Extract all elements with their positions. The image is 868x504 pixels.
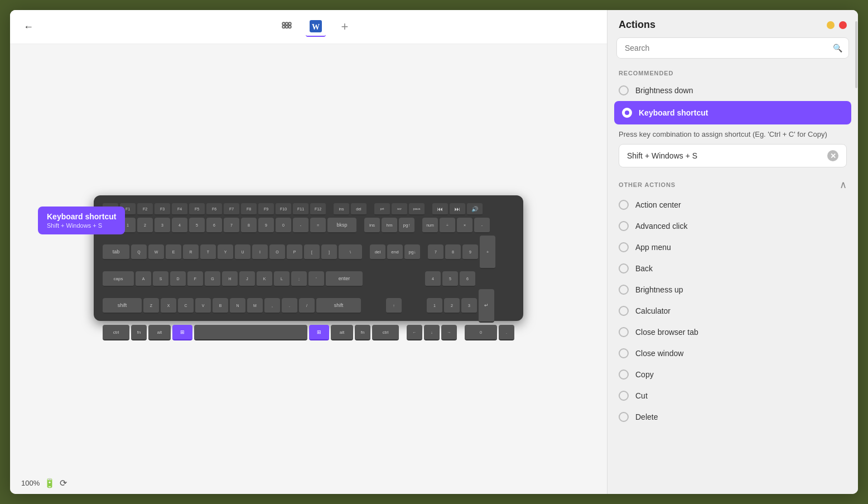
key-nummul[interactable]: × [457, 218, 472, 233]
key-m[interactable]: M [247, 298, 263, 314]
key-enter[interactable]: enter [326, 271, 363, 287]
add-tab-button[interactable]: + [335, 17, 355, 37]
scrollbar-track[interactable] [855, 10, 858, 494]
key-b[interactable]: B [213, 298, 228, 314]
key-space[interactable] [194, 325, 307, 340]
key-shift-right[interactable]: shift [316, 298, 361, 314]
key-comma[interactable]: , [264, 298, 280, 314]
key-media2[interactable]: ⏭ [450, 203, 465, 215]
minimize-button[interactable] [827, 21, 835, 29]
key-p[interactable]: P [287, 244, 302, 260]
key-home[interactable]: hm [382, 218, 397, 233]
key-pause[interactable]: paus [409, 203, 425, 215]
action-cut[interactable]: Cut [607, 385, 858, 406]
key-5[interactable]: 5 [189, 218, 205, 233]
key-f9[interactable]: F9 [258, 203, 274, 215]
key-a[interactable]: A [136, 271, 151, 287]
close-button[interactable] [839, 21, 847, 29]
action-close-browser-tab[interactable]: Close browser tab [607, 321, 858, 343]
key-rbracket[interactable]: ] [321, 244, 337, 260]
key-fn2[interactable]: fn [355, 325, 370, 340]
scrollbar-thumb[interactable] [855, 21, 857, 88]
key-7[interactable]: 7 [224, 218, 239, 233]
key-media1[interactable]: ⏮ [432, 203, 448, 215]
key-alt-right[interactable]: alt [331, 325, 353, 340]
key-j[interactable]: J [239, 271, 255, 287]
key-quote[interactable]: ' [308, 271, 324, 287]
action-action-center[interactable]: Action center [607, 194, 858, 215]
key-num8[interactable]: 8 [445, 244, 461, 260]
key-fn[interactable]: fn [131, 325, 147, 340]
back-button[interactable]: ← [21, 19, 36, 35]
key-numdot[interactable]: . [499, 325, 514, 340]
key-q[interactable]: Q [131, 244, 147, 260]
key-f10[interactable]: F10 [276, 203, 291, 215]
key-num6[interactable]: 6 [460, 271, 475, 287]
key-n[interactable]: N [230, 298, 245, 314]
key-f4[interactable]: F4 [172, 203, 187, 215]
key-del2[interactable]: del [370, 244, 385, 260]
key-2[interactable]: 2 [137, 218, 153, 233]
key-w[interactable]: W [148, 244, 164, 260]
key-slash[interactable]: / [299, 298, 315, 314]
key-num4[interactable]: 4 [425, 271, 441, 287]
key-end[interactable]: end [387, 244, 403, 260]
key-num2[interactable]: 2 [444, 298, 460, 314]
action-brightness-up[interactable]: Brightness up [607, 279, 858, 300]
key-x[interactable]: X [161, 298, 176, 314]
key-num0[interactable]: 0 [465, 325, 497, 340]
key-8[interactable]: 8 [241, 218, 257, 233]
key-right[interactable]: → [441, 325, 457, 340]
key-backslash[interactable]: \ [339, 244, 362, 260]
action-advanced-click[interactable]: Advanced click [607, 215, 858, 237]
key-period[interactable]: . [282, 298, 297, 314]
key-num7[interactable]: 7 [428, 244, 443, 260]
key-t[interactable]: T [200, 244, 216, 260]
key-6[interactable]: 6 [206, 218, 222, 233]
key-ctrl-left[interactable]: ctrl [103, 325, 129, 340]
key-c[interactable]: C [178, 298, 194, 314]
key-shift-left[interactable]: shift [103, 298, 142, 314]
key-ins2[interactable]: ins [364, 218, 380, 233]
action-close-window[interactable]: Close window [607, 343, 858, 364]
key-num3[interactable]: 3 [461, 298, 477, 314]
key-pgdn[interactable]: pg↓ [404, 244, 420, 260]
key-r[interactable]: R [183, 244, 199, 260]
key-media3[interactable]: 🔊 [467, 203, 483, 215]
clear-shortcut-button[interactable]: ✕ [827, 150, 838, 161]
key-left[interactable]: ← [407, 325, 422, 340]
key-scrlk[interactable]: scr [392, 203, 407, 215]
key-f8[interactable]: F8 [241, 203, 257, 215]
key-h[interactable]: H [222, 271, 238, 287]
key-num9[interactable]: 9 [462, 244, 478, 260]
key-9[interactable]: 9 [258, 218, 274, 233]
key-l[interactable]: L [274, 271, 290, 287]
key-windows-left[interactable]: ⊞ [172, 325, 192, 340]
key-f3[interactable]: F3 [155, 203, 170, 215]
action-app-menu[interactable]: App menu [607, 237, 858, 258]
action-copy[interactable]: Copy [607, 364, 858, 385]
key-numadd[interactable]: + [480, 236, 495, 269]
key-semicolon[interactable]: ; [291, 271, 307, 287]
key-tab[interactable]: tab [103, 244, 129, 260]
key-ins[interactable]: ins [334, 203, 349, 215]
key-g[interactable]: G [205, 271, 220, 287]
key-up[interactable]: ↑ [386, 298, 402, 314]
key-v[interactable]: V [195, 298, 211, 314]
key-numsub[interactable]: - [474, 218, 490, 233]
key-e[interactable]: E [166, 244, 181, 260]
key-0[interactable]: 0 [276, 218, 291, 233]
key-f[interactable]: F [187, 271, 203, 287]
apps-tab[interactable] [277, 17, 297, 37]
key-alt-left[interactable]: alt [148, 325, 171, 340]
key-pgup[interactable]: pg↑ [399, 218, 414, 233]
key-d[interactable]: D [170, 271, 186, 287]
action-brightness-down[interactable]: Brightness down [607, 80, 858, 101]
key-lbracket[interactable]: [ [304, 244, 320, 260]
key-num5[interactable]: 5 [442, 271, 458, 287]
key-u[interactable]: U [235, 244, 250, 260]
key-down[interactable]: ↓ [424, 325, 440, 340]
key-f5[interactable]: F5 [189, 203, 205, 215]
key-numlock[interactable]: num [422, 218, 438, 233]
key-y[interactable]: Y [218, 244, 233, 260]
